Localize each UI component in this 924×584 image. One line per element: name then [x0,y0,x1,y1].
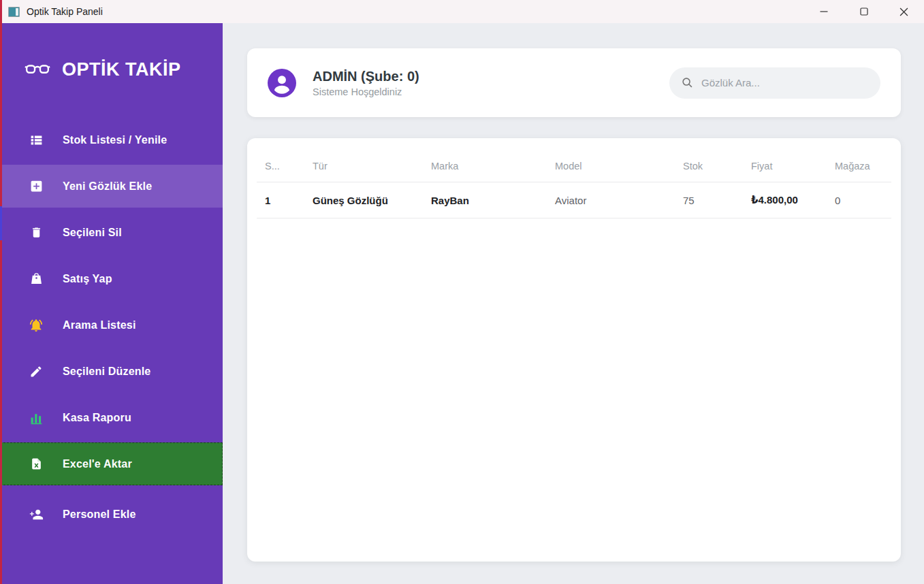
welcome-text: Sisteme Hoşgeldiniz [313,86,419,97]
stock-table-card: S... Tür Marka Model Stok Fiyat Mağaza 1… [247,138,901,562]
table-header-row: S... Tür Marka Model Stok Fiyat Mağaza [257,145,891,182]
maximize-icon [860,7,868,16]
column-header-magaza[interactable]: Mağaza [827,145,891,182]
window-edge-strip-blue [0,206,2,240]
minimize-icon [820,7,828,16]
cell-marka: RayBan [423,182,547,218]
sidebar-item-kasa-raporu[interactable]: Kasa Raporu [0,396,223,439]
cell-sira: 1 [257,182,304,218]
sidebar-item-label: Seçileni Düzenle [63,366,150,378]
column-header-fiyat[interactable]: Fiyat [743,145,827,182]
window-title: Optik Takip Paneli [27,6,103,17]
sidebar-item-label: Stok Listesi / Yenile [63,134,167,146]
cell-tur: Güneş Gözlüğü [304,182,423,218]
cell-fiyat: ₺4.800,00 [743,182,827,218]
table-row[interactable]: 1 Güneş Gözlüğü RayBan Aviator 75 ₺4.800… [257,182,891,218]
add-box-icon [29,179,44,194]
main-content: ADMİN (Şube: 0) Sisteme Hoşgeldiniz S...… [223,23,924,584]
column-header-model[interactable]: Model [547,145,675,182]
sidebar-item-secileni-sil[interactable]: Seçileni Sil [0,211,223,254]
sidebar-item-label: Seçileni Sil [63,227,122,239]
app-window-icon [8,7,20,17]
sidebar-item-label: Personel Ekle [63,508,136,521]
bar-chart-icon [29,410,44,425]
sidebar-item-satis-yap[interactable]: Satış Yap [0,257,223,300]
excel-file-icon [29,457,44,472]
minimize-button[interactable] [803,0,844,23]
cell-stok: 75 [675,182,743,218]
stock-table: S... Tür Marka Model Stok Fiyat Mağaza 1… [257,145,891,218]
window-controls [803,0,924,23]
user-info: ADMİN (Şube: 0) Sisteme Hoşgeldiniz [313,69,419,97]
bell-icon [29,318,44,333]
cell-magaza: 0 [827,182,891,218]
cell-model: Aviator [547,182,675,218]
welcome-card: ADMİN (Şube: 0) Sisteme Hoşgeldiniz [247,48,901,117]
column-header-sira[interactable]: S... [257,145,304,182]
sidebar-item-excele-aktar[interactable]: Excel'e Aktar [0,442,223,485]
sidebar-nav: Stok Listesi / Yenile Yeni Gözlük Ekle S… [0,118,223,536]
titlebar: Optik Takip Paneli [0,0,924,23]
app-window: Optik Takip Paneli [0,0,924,584]
column-header-marka[interactable]: Marka [423,145,547,182]
sidebar-item-label: Satış Yap [63,273,112,285]
sidebar-item-yeni-gozluk-ekle[interactable]: Yeni Gözlük Ekle [0,165,223,208]
maximize-button[interactable] [844,0,884,23]
pencil-icon [29,364,44,379]
column-header-tur[interactable]: Tür [304,145,423,182]
list-icon [29,133,44,148]
column-header-stok[interactable]: Stok [675,145,743,182]
trash-icon [29,225,44,240]
sidebar-item-arama-listesi[interactable]: Arama Listesi [0,304,223,346]
sidebar-item-label: Arama Listesi [63,319,136,331]
person-add-icon [29,507,44,522]
app-logo: OPTİK TAKİP [0,59,223,80]
sidebar: OPTİK TAKİP Stok Listesi / Yenile Yeni G… [0,23,223,584]
sidebar-item-personel-ekle[interactable]: Personel Ekle [0,493,223,536]
sidebar-item-label: Kasa Raporu [63,412,131,424]
user-name: ADMİN (Şube: 0) [313,69,419,84]
sidebar-item-label: Yeni Gözlük Ekle [63,180,152,193]
user-avatar-icon [268,69,296,97]
sidebar-item-label: Excel'e Aktar [63,458,132,470]
search-icon [682,77,693,88]
close-icon [899,7,908,16]
app-logo-text: OPTİK TAKİP [62,59,181,80]
sidebar-item-secileni-duzenle[interactable]: Seçileni Düzenle [0,350,223,393]
glasses-icon [25,62,50,77]
shopping-bag-icon [29,272,44,287]
search-box[interactable] [669,67,880,99]
search-input[interactable] [701,77,868,88]
window-edge-strip [0,0,2,584]
close-button[interactable] [884,0,924,23]
sidebar-item-stok-listesi[interactable]: Stok Listesi / Yenile [0,118,223,161]
